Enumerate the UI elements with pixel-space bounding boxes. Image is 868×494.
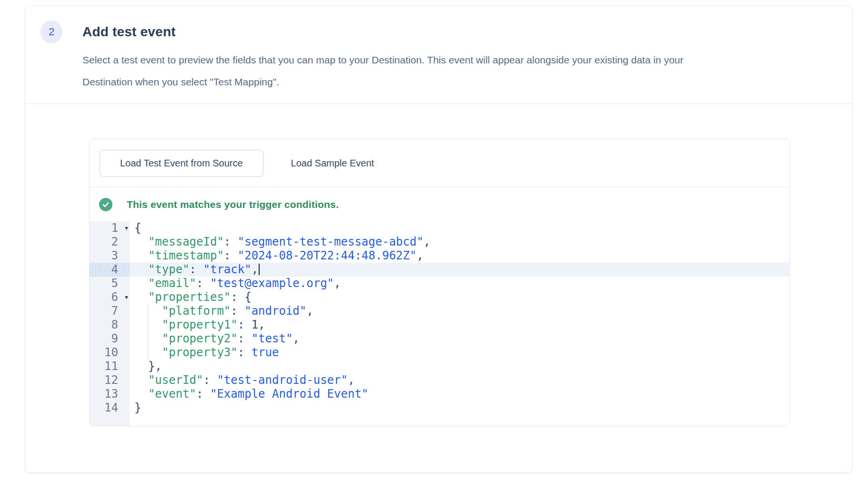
code-token-str: "test" [252,332,293,345]
editor-code-filler[interactable] [130,415,789,426]
code-line[interactable]: 10"property3": true [90,346,789,360]
code-token-punc: : [231,304,244,318]
code-token-punc: , [348,373,354,387]
gutter-cell: 12 [90,373,130,387]
code-line[interactable]: 12"userId": "test-android-user", [90,373,789,387]
line-number: 9 [90,332,130,346]
step-number-badge: 2 [40,21,62,43]
code-line-content[interactable]: "properties": { [130,290,789,304]
code-token-punc: : [196,277,210,290]
code-line[interactable]: 6▾"properties": { [90,290,789,304]
code-token-key: "properties" [148,290,231,304]
indent-guide [148,346,149,360]
code-token-key: "type" [148,263,190,276]
gutter-cell: 7 [90,304,130,318]
code-token-str: "test@example.org" [210,277,334,290]
line-number: 13 [90,387,130,401]
code-line[interactable]: 1▾{ [90,221,789,235]
fold-toggle-icon[interactable]: ▾ [125,221,128,235]
code-line-content[interactable]: "messageId": "segment-test-message-abcd"… [130,235,789,249]
code-token-key: "property3" [162,346,238,359]
code-line-content[interactable]: "property1": 1, [130,318,789,332]
line-number: 14 [90,401,130,415]
code-line[interactable]: 2"messageId": "segment-test-message-abcd… [90,235,789,249]
editor-gutter-filler [90,415,130,426]
line-number: 12 [90,373,130,387]
code-line-content[interactable]: "email": "test@example.org", [130,277,789,290]
code-token-key: "property1" [162,318,238,331]
fold-toggle-icon[interactable]: ▾ [125,290,128,304]
event-loader-button-row: Load Test Event from Source Load Sample … [90,139,789,187]
code-token-num: 1 [252,318,258,331]
gutter-cell: 6▾ [90,290,130,304]
code-line[interactable]: 4"type": "track", [90,263,789,277]
code-line[interactable]: 7"platform": "android", [90,304,789,318]
code-editor[interactable]: 1▾{2"messageId": "segment-test-message-a… [90,221,789,426]
code-token-str: "segment-test-message-abcd" [238,235,424,248]
code-token-punc: : [238,332,252,345]
code-token-str: "android" [244,304,306,318]
code-line-content[interactable]: "userId": "test-android-user", [130,373,789,387]
gutter-cell: 14 [90,401,130,415]
line-number: 7 [90,304,130,318]
code-token-punc: } [134,401,141,414]
code-token-punc: { [134,221,141,235]
code-token-punc: : [238,318,252,331]
load-test-event-button[interactable]: Load Test Event from Source [100,150,263,177]
code-token-key: "messageId" [148,235,224,248]
header-body: Add test event Select a test event to pr… [82,21,684,93]
code-line[interactable]: 14} [90,401,789,415]
code-line[interactable]: 9"property2": "test", [90,332,789,346]
code-line[interactable]: 3"timestamp": "2024-08-20T22:44:48.962Z"… [90,249,789,263]
add-test-event-card: 2 Add test event Select a test event to … [25,6,853,473]
card-header: 2 Add test event Select a test event to … [25,6,852,93]
indent-guide [148,304,149,318]
trigger-status-message: This event matches your trigger conditio… [127,199,339,210]
code-token-punc: : [203,373,217,387]
code-line-content[interactable]: }, [130,360,789,373]
code-token-key: "event" [148,387,196,401]
trigger-status-row: This event matches your trigger conditio… [90,187,789,221]
code-token-punc: : [224,235,238,248]
gutter-cell: 10 [90,346,130,360]
code-token-str: "track" [203,263,252,276]
gutter-cell: 2 [90,235,130,249]
gutter-cell: 4 [90,263,130,277]
code-token-punc: : [196,387,210,401]
code-line-content[interactable]: "property2": "test", [130,332,789,346]
gutter-cell: 8 [90,318,130,332]
gutter-cell: 1▾ [90,221,130,235]
code-token-punc: : [224,249,238,262]
code-line[interactable]: 11}, [90,360,789,373]
code-token-str: "test-android-user" [217,373,348,387]
gutter-cell: 13 [90,387,130,401]
code-line-content[interactable]: "platform": "android", [130,304,789,318]
line-number: 11 [90,360,130,373]
load-sample-event-button[interactable]: Load Sample Event [278,150,388,177]
gutter-cell: 5 [90,277,130,290]
code-token-key: "property2" [162,332,238,345]
code-token-punc: : [238,346,252,359]
code-token-punc: : [190,263,203,276]
code-line-content[interactable]: "timestamp": "2024-08-20T22:44:48.962Z", [130,249,789,263]
gutter-cell: 9 [90,332,130,346]
code-line-content[interactable]: "event": "Example Android Event" [130,387,789,401]
page-description-line-1: Select a test event to preview the field… [82,49,684,71]
code-token-punc: : { [231,290,251,304]
code-line-content[interactable]: { [130,221,789,235]
code-token-punc: , [258,318,265,331]
code-line[interactable]: 5"email": "test@example.org", [90,277,789,290]
line-number: 2 [90,235,130,249]
code-line-content[interactable]: } [130,401,789,415]
line-number: 1 [90,221,130,235]
test-event-panel: Load Test Event from Source Load Sample … [89,139,790,426]
editor-filler-row[interactable] [90,415,789,426]
indent-guide [148,318,149,332]
card-content: Load Test Event from Source Load Sample … [25,104,852,426]
code-line[interactable]: 8"property1": 1, [90,318,789,332]
code-line-content[interactable]: "property3": true [130,346,789,360]
code-token-punc: , [334,277,341,290]
code-line[interactable]: 13"event": "Example Android Event" [90,387,789,401]
gutter-cell: 11 [90,360,130,373]
code-line-content[interactable]: "type": "track", [130,263,789,277]
